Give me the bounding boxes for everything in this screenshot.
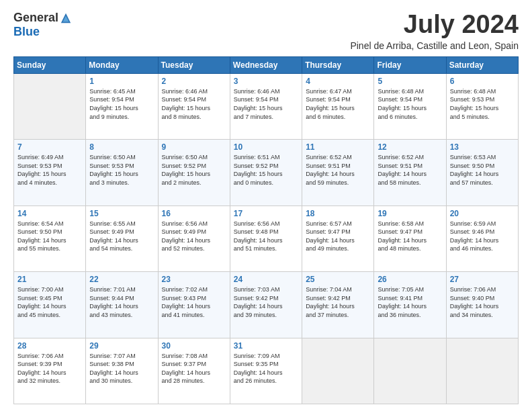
day-info: Sunrise: 7:08 AMSunset: 9:37 PMDaylight:…	[162, 352, 226, 385]
day-info: Sunrise: 7:03 AMSunset: 9:42 PMDaylight:…	[234, 285, 298, 319]
day-info: Sunrise: 6:54 AMSunset: 9:50 PMDaylight:…	[17, 220, 82, 253]
calendar-cell: 18Sunrise: 6:57 AMSunset: 9:47 PMDayligh…	[302, 205, 374, 271]
day-info: Sunrise: 6:55 AMSunset: 9:49 PMDaylight:…	[89, 220, 154, 253]
calendar-cell: 24Sunrise: 7:03 AMSunset: 9:42 PMDayligh…	[230, 272, 302, 338]
day-of-week-thursday: Thursday	[302, 56, 374, 73]
day-info: Sunrise: 7:00 AMSunset: 9:45 PMDaylight:…	[17, 285, 82, 319]
day-info: Sunrise: 6:48 AMSunset: 9:53 PMDaylight:…	[450, 87, 515, 121]
day-number: 18	[306, 209, 370, 218]
calendar-cell: 8Sunrise: 6:50 AMSunset: 9:53 PMDaylight…	[86, 140, 158, 205]
day-info: Sunrise: 6:59 AMSunset: 9:46 PMDaylight:…	[450, 220, 515, 253]
day-number: 3	[234, 77, 298, 86]
calendar-cell: 21Sunrise: 7:00 AMSunset: 9:45 PMDayligh…	[14, 272, 86, 338]
day-info: Sunrise: 7:09 AMSunset: 9:35 PMDaylight:…	[234, 352, 298, 385]
calendar-cell: 14Sunrise: 6:54 AMSunset: 9:50 PMDayligh…	[14, 205, 86, 271]
day-number: 28	[17, 341, 82, 351]
month-title: July 2024	[350, 11, 519, 39]
day-of-week-tuesday: Tuesday	[158, 56, 230, 73]
calendar-cell: 7Sunrise: 6:49 AMSunset: 9:53 PMDaylight…	[14, 140, 86, 205]
day-info: Sunrise: 7:01 AMSunset: 9:44 PMDaylight:…	[89, 285, 154, 319]
day-number: 22	[89, 275, 154, 284]
day-info: Sunrise: 6:52 AMSunset: 9:51 PMDaylight:…	[306, 153, 370, 187]
calendar-cell: 23Sunrise: 7:02 AMSunset: 9:43 PMDayligh…	[158, 272, 230, 338]
day-number: 11	[306, 142, 370, 152]
day-number: 9	[162, 142, 226, 152]
day-info: Sunrise: 6:56 AMSunset: 9:49 PMDaylight:…	[162, 220, 226, 253]
day-number: 12	[378, 142, 442, 152]
logo: General Blue	[13, 11, 72, 39]
day-number: 30	[162, 341, 226, 351]
calendar-cell: 5Sunrise: 6:48 AMSunset: 9:54 PMDaylight…	[374, 73, 446, 139]
day-number: 31	[234, 341, 298, 351]
calendar-cell: 3Sunrise: 6:46 AMSunset: 9:54 PMDaylight…	[230, 73, 302, 139]
calendar-week-row: 21Sunrise: 7:00 AMSunset: 9:45 PMDayligh…	[14, 272, 519, 338]
calendar-cell: 11Sunrise: 6:52 AMSunset: 9:51 PMDayligh…	[302, 140, 374, 205]
day-number: 24	[234, 275, 298, 284]
day-number: 5	[378, 77, 442, 86]
calendar-cell: 4Sunrise: 6:47 AMSunset: 9:54 PMDaylight…	[302, 73, 374, 139]
day-number: 15	[89, 209, 154, 218]
day-number: 7	[17, 142, 82, 152]
day-info: Sunrise: 6:51 AMSunset: 9:52 PMDaylight:…	[234, 153, 298, 187]
day-number: 27	[450, 275, 515, 284]
calendar-cell: 27Sunrise: 7:06 AMSunset: 9:40 PMDayligh…	[446, 272, 518, 338]
day-info: Sunrise: 7:07 AMSunset: 9:38 PMDaylight:…	[89, 352, 154, 385]
calendar-cell	[374, 338, 446, 404]
day-of-week-friday: Friday	[374, 56, 446, 73]
calendar-cell: 15Sunrise: 6:55 AMSunset: 9:49 PMDayligh…	[86, 205, 158, 271]
logo-blue-text: Blue	[13, 25, 40, 39]
day-of-week-monday: Monday	[86, 56, 158, 73]
calendar-cell: 31Sunrise: 7:09 AMSunset: 9:35 PMDayligh…	[230, 338, 302, 404]
day-number: 10	[234, 142, 298, 152]
calendar-cell: 17Sunrise: 6:56 AMSunset: 9:48 PMDayligh…	[230, 205, 302, 271]
header: General Blue July 2024 Pinel de Arriba, …	[13, 11, 519, 51]
day-number: 26	[378, 275, 442, 284]
day-info: Sunrise: 7:05 AMSunset: 9:41 PMDaylight:…	[378, 285, 442, 319]
day-number: 21	[17, 275, 82, 284]
calendar-header-row: SundayMondayTuesdayWednesdayThursdayFrid…	[14, 56, 519, 73]
calendar-cell: 25Sunrise: 7:04 AMSunset: 9:42 PMDayligh…	[302, 272, 374, 338]
logo-icon	[60, 12, 72, 24]
day-info: Sunrise: 7:02 AMSunset: 9:43 PMDaylight:…	[162, 285, 226, 319]
calendar-cell: 12Sunrise: 6:52 AMSunset: 9:51 PMDayligh…	[374, 140, 446, 205]
day-of-week-wednesday: Wednesday	[230, 56, 302, 73]
day-info: Sunrise: 6:50 AMSunset: 9:53 PMDaylight:…	[89, 153, 154, 187]
calendar-cell	[302, 338, 374, 404]
day-of-week-saturday: Saturday	[446, 56, 518, 73]
calendar-cell: 13Sunrise: 6:53 AMSunset: 9:50 PMDayligh…	[446, 140, 518, 205]
day-number: 6	[450, 77, 515, 86]
calendar-cell: 1Sunrise: 6:45 AMSunset: 9:54 PMDaylight…	[86, 73, 158, 139]
day-number: 19	[378, 209, 442, 218]
calendar-cell: 29Sunrise: 7:07 AMSunset: 9:38 PMDayligh…	[86, 338, 158, 404]
day-number: 20	[450, 209, 515, 218]
day-info: Sunrise: 7:04 AMSunset: 9:42 PMDaylight:…	[306, 285, 370, 319]
calendar-cell: 20Sunrise: 6:59 AMSunset: 9:46 PMDayligh…	[446, 205, 518, 271]
page: General Blue July 2024 Pinel de Arriba, …	[0, 0, 532, 411]
calendar-cell: 26Sunrise: 7:05 AMSunset: 9:41 PMDayligh…	[374, 272, 446, 338]
calendar-cell: 2Sunrise: 6:46 AMSunset: 9:54 PMDaylight…	[158, 73, 230, 139]
day-info: Sunrise: 6:53 AMSunset: 9:50 PMDaylight:…	[450, 153, 515, 187]
day-number: 29	[89, 341, 154, 351]
day-info: Sunrise: 6:52 AMSunset: 9:51 PMDaylight:…	[378, 153, 442, 187]
day-info: Sunrise: 6:56 AMSunset: 9:48 PMDaylight:…	[234, 220, 298, 253]
logo-general-text: General	[13, 11, 58, 25]
calendar-cell	[14, 73, 86, 139]
day-number: 1	[89, 77, 154, 86]
calendar-cell: 10Sunrise: 6:51 AMSunset: 9:52 PMDayligh…	[230, 140, 302, 205]
calendar-cell	[446, 338, 518, 404]
location-title: Pinel de Arriba, Castille and Leon, Spai…	[350, 40, 519, 51]
calendar-week-row: 28Sunrise: 7:06 AMSunset: 9:39 PMDayligh…	[14, 338, 519, 404]
calendar-cell: 6Sunrise: 6:48 AMSunset: 9:53 PMDaylight…	[446, 73, 518, 139]
day-info: Sunrise: 6:58 AMSunset: 9:47 PMDaylight:…	[378, 220, 442, 253]
day-info: Sunrise: 6:50 AMSunset: 9:52 PMDaylight:…	[162, 153, 226, 187]
day-info: Sunrise: 6:49 AMSunset: 9:53 PMDaylight:…	[17, 153, 82, 187]
day-info: Sunrise: 6:46 AMSunset: 9:54 PMDaylight:…	[234, 87, 298, 121]
day-info: Sunrise: 6:45 AMSunset: 9:54 PMDaylight:…	[89, 87, 154, 121]
day-info: Sunrise: 7:06 AMSunset: 9:39 PMDaylight:…	[17, 352, 82, 385]
day-number: 17	[234, 209, 298, 218]
day-number: 8	[89, 142, 154, 152]
calendar-cell: 22Sunrise: 7:01 AMSunset: 9:44 PMDayligh…	[86, 272, 158, 338]
calendar-cell: 28Sunrise: 7:06 AMSunset: 9:39 PMDayligh…	[14, 338, 86, 404]
calendar-week-row: 1Sunrise: 6:45 AMSunset: 9:54 PMDaylight…	[14, 73, 519, 139]
calendar-cell: 16Sunrise: 6:56 AMSunset: 9:49 PMDayligh…	[158, 205, 230, 271]
